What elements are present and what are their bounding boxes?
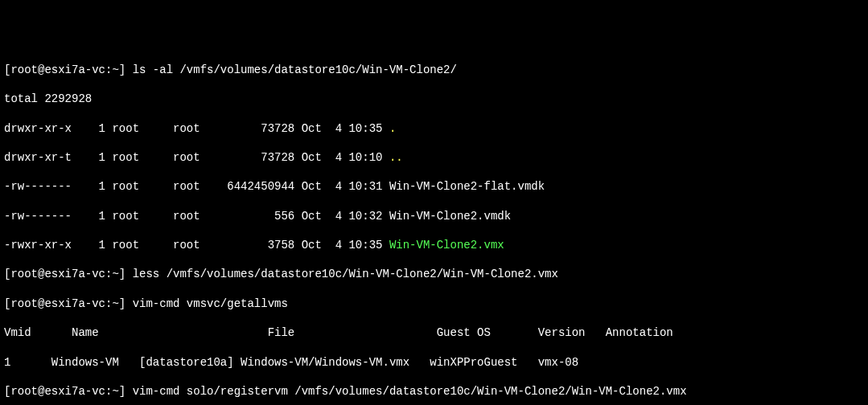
terminal-line: [root@esxi7a-vc:~] ls -al /vmfs/volumes/… <box>4 63 864 77</box>
terminal-line: 1 Windows-VM [datastore10a] Windows-VM/W… <box>4 355 864 370</box>
terminal-line: -rwxr-xr-x 1 root root 3758 Oct 4 10:35 … <box>4 238 864 252</box>
terminal-line: total 2292928 <box>4 92 864 106</box>
terminal-line: drwxr-xr-t 1 root root 73728 Oct 4 10:10… <box>4 150 864 165</box>
terminal-line: [root@esxi7a-vc:~] vim-cmd vmsvc/getallv… <box>4 297 864 311</box>
dir-dot: . <box>389 122 396 135</box>
terminal-line: drwxr-xr-x 1 root root 73728 Oct 4 10:35… <box>4 121 864 136</box>
dir-dotdot: .. <box>389 151 403 164</box>
ls-entry: drwxr-xr-t 1 root root 73728 Oct 4 10:10 <box>4 151 389 164</box>
terminal-line: [root@esxi7a-vc:~] vim-cmd solo/register… <box>4 384 864 399</box>
ls-entry: -rwxr-xr-x 1 root root 3758 Oct 4 10:35 <box>4 239 389 252</box>
terminal-line: Vmid Name File Guest OS Version Annotati… <box>4 325 864 340</box>
terminal-line: [root@esxi7a-vc:~] less /vmfs/volumes/da… <box>4 267 864 281</box>
ls-entry: drwxr-xr-x 1 root root 73728 Oct 4 10:35 <box>4 122 389 135</box>
terminal-line: -rw------- 1 root root 6442450944 Oct 4 … <box>4 179 864 194</box>
terminal-line: -rw------- 1 root root 556 Oct 4 10:32 W… <box>4 209 864 223</box>
vmx-file-name: Win-VM-Clone2.vmx <box>389 239 504 252</box>
